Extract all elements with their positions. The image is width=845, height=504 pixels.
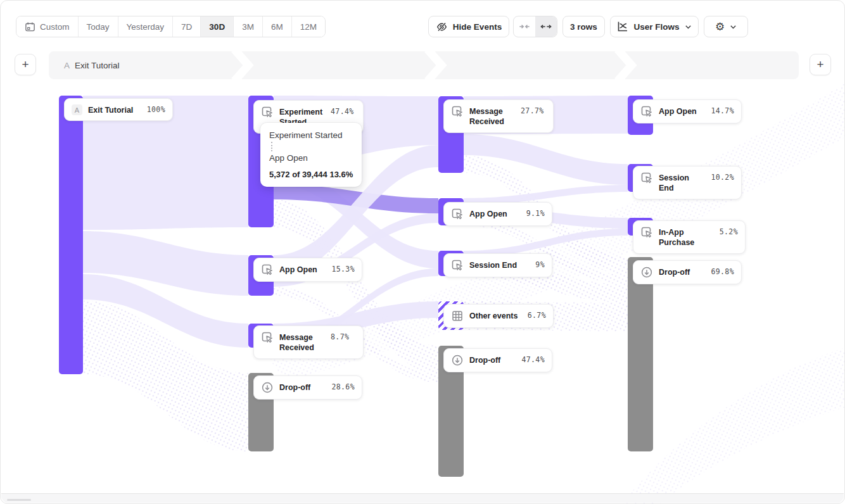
flow-node-bar-exit-tutorial[interactable] <box>59 96 83 374</box>
flow-node-percentage: 47.4% <box>331 106 354 116</box>
date-range-picker: CustomTodayYesterday7D30D3M6M12M <box>16 16 326 37</box>
add-step-after-button[interactable]: + <box>810 54 831 75</box>
flow-node-card-drop-off-4[interactable]: Drop-off69.8% <box>633 260 742 284</box>
flow-node-label: Other events <box>469 310 522 321</box>
flow-node-label: Exit Tutorial <box>88 104 141 115</box>
flow-node-card-app-open-3[interactable]: App Open9.1% <box>443 202 552 226</box>
flow-node-percentage: 9.1% <box>526 208 545 218</box>
date-range-label: 6M <box>271 22 283 32</box>
flow-node-percentage: 15.3% <box>331 263 355 274</box>
background-watermark-swirl <box>621 348 845 504</box>
flow-node-card-app-open-4[interactable]: App Open14.7% <box>633 99 742 123</box>
flow-node-label: Message Received <box>469 105 515 127</box>
flow-node-bar-drop-off-4[interactable] <box>628 257 653 451</box>
tooltip-target-event: App Open <box>269 153 353 163</box>
chevron-down-icon <box>685 23 692 30</box>
drop-off-icon <box>261 381 274 394</box>
flow-node-percentage: 100% <box>147 104 165 114</box>
tooltip-source-event: Experiment Started <box>269 130 353 140</box>
flow-node-card-drop-off-3[interactable]: Drop-off47.4% <box>443 348 552 372</box>
flow-node-label: Session End <box>469 259 530 270</box>
date-range-7d[interactable]: 7D <box>173 16 201 37</box>
collapse-width-button[interactable] <box>514 16 535 37</box>
arrows-outward-icon <box>540 21 552 32</box>
flow-node-card-app-open-2[interactable]: App Open15.3% <box>253 258 362 282</box>
date-range-label: Custom <box>40 22 70 32</box>
event-icon <box>261 331 274 344</box>
expand-width-button[interactable] <box>535 16 557 37</box>
flow-node-label: Message Received <box>279 331 325 353</box>
date-range-30d[interactable]: 30D <box>201 16 234 37</box>
flow-link-tooltip: Experiment Started App Open 5,372 of 39,… <box>260 123 362 187</box>
flow-node-label: App Open <box>279 263 326 275</box>
tooltip-stats: 5,372 of 39,444 13.6% <box>269 170 353 179</box>
arrows-inward-icon <box>519 21 530 32</box>
rows-count-button[interactable]: 3 rows <box>562 16 605 37</box>
toolbar: CustomTodayYesterday7D30D3M6M12M Hide Ev… <box>16 16 829 37</box>
width-toggle <box>513 16 557 37</box>
add-step-before-button[interactable]: + <box>15 54 36 75</box>
flow-node-card-exit-tutorial[interactable]: AExit Tutorial100% <box>64 98 173 121</box>
step-letter: A <box>64 61 70 70</box>
drop-off-icon <box>640 266 653 279</box>
date-range-today[interactable]: Today <box>79 16 118 37</box>
flow-step-bar[interactable]: A Exit Tutorial <box>49 51 799 79</box>
date-range-label: 12M <box>300 22 317 32</box>
flow-step-bar-graphic <box>49 51 799 79</box>
step-name: Exit Tutorial <box>75 61 120 70</box>
date-range-label: Yesterday <box>127 22 165 32</box>
date-range-yesterday[interactable]: Yesterday <box>118 16 174 37</box>
date-range-label: 3M <box>242 22 254 32</box>
date-range-12m[interactable]: 12M <box>292 16 325 37</box>
flow-node-percentage: 9% <box>535 259 545 269</box>
flow-node-card-session-end-3[interactable]: Session End9% <box>443 253 552 277</box>
horizontal-scrollbar-thumb[interactable] <box>7 499 31 501</box>
date-range-3m[interactable]: 3M <box>234 16 263 37</box>
flow-node-percentage: 27.7% <box>521 105 544 115</box>
flow-node-card-drop-off-2[interactable]: Drop-off28.6% <box>253 375 362 400</box>
date-range-custom[interactable]: Custom <box>16 16 79 37</box>
event-icon <box>451 208 464 220</box>
event-icon <box>261 106 274 118</box>
drop-off-icon <box>451 354 464 367</box>
hide-events-button[interactable]: Hide Events <box>428 16 509 37</box>
flow-node-percentage: 8.7% <box>331 331 349 341</box>
user-flows-icon <box>617 21 628 32</box>
rows-count-label: 3 rows <box>570 22 597 32</box>
flow-node-label: Drop-off <box>659 266 705 277</box>
flow-node-percentage: 47.4% <box>521 354 545 364</box>
chevron-down-icon <box>730 23 737 30</box>
flow-node-card-session-end-4[interactable]: Session End10.2% <box>633 166 742 199</box>
flow-node-label: App Open <box>659 105 705 117</box>
step-a-label[interactable]: A Exit Tutorial <box>64 51 120 79</box>
flow-node-label: Session End <box>659 172 705 194</box>
flow-node-label: App Open <box>469 208 521 219</box>
calendar-icon <box>25 22 35 32</box>
flow-node-card-message-received-3[interactable]: Message Received27.7% <box>443 99 554 133</box>
event-icon <box>451 259 464 272</box>
flow-node-percentage: 69.8% <box>711 266 734 276</box>
horizontal-scrollbar-track[interactable] <box>1 493 844 503</box>
flow-node-card-in-app-purchase-4[interactable]: In-App Purchase5.2% <box>633 220 746 254</box>
other-events-icon <box>451 310 464 322</box>
flow-node-percentage: 10.2% <box>711 172 734 182</box>
flow-node-label: In-App Purchase <box>659 226 714 248</box>
hide-events-label: Hide Events <box>453 22 502 32</box>
date-range-label: 7D <box>181 22 192 32</box>
step-letter-chip: A <box>72 104 82 115</box>
event-icon <box>261 263 274 276</box>
view-selector-dropdown[interactable]: User Flows <box>610 16 699 37</box>
date-range-6m[interactable]: 6M <box>263 16 292 37</box>
date-range-label: 30D <box>209 22 225 32</box>
view-selector-label: User Flows <box>633 22 679 32</box>
user-flows-panel: AExit Tutorial100%Experiment Started47.4… <box>0 0 845 504</box>
flow-node-card-message-received-2[interactable]: Message Received8.7% <box>253 325 364 359</box>
settings-dropdown[interactable]: ⚙ <box>704 16 748 37</box>
event-icon <box>640 105 653 118</box>
flow-node-percentage: 28.6% <box>331 381 355 391</box>
date-range-label: Today <box>87 22 110 32</box>
flow-node-label: Drop-off <box>279 381 326 393</box>
flow-node-card-other-events-3[interactable]: Other events6.7% <box>443 304 554 328</box>
flow-steps-row: + A Exit Tutorial + <box>1 51 844 79</box>
tooltip-connector <box>271 142 272 151</box>
